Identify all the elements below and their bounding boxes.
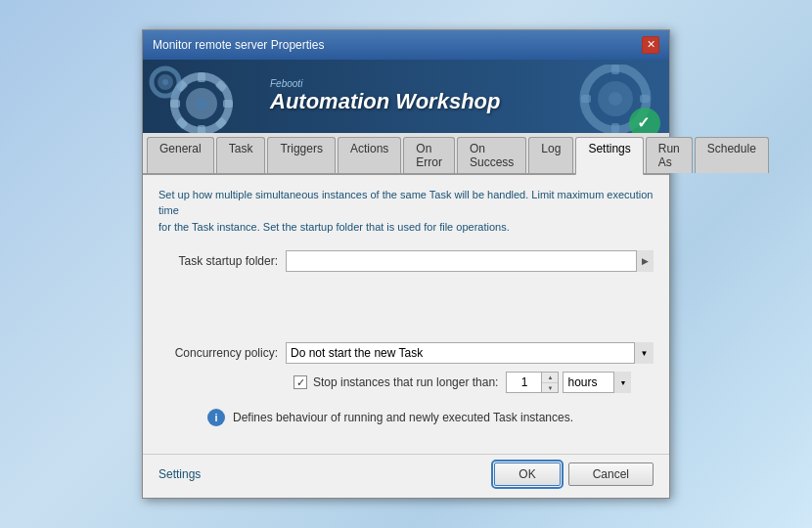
svg-point-16	[609, 92, 622, 106]
svg-rect-20	[640, 95, 650, 103]
info-row: i Defines behaviour of running and newly…	[158, 409, 654, 426]
startup-folder-input[interactable]	[286, 250, 654, 272]
tab-on-success[interactable]: On Success	[457, 137, 526, 173]
stop-instances-row: ✓ Stop instances that run longer than: ▲…	[158, 372, 654, 393]
svg-point-2	[196, 98, 207, 110]
stop-instances-label: Stop instances that run longer than:	[313, 375, 498, 389]
info-text: Defines behaviour of running and newly e…	[233, 411, 573, 424]
tab-on-error[interactable]: On Error	[403, 137, 455, 173]
svg-rect-6	[223, 100, 233, 108]
startup-folder-label: Task startup folder:	[158, 254, 286, 268]
svg-rect-19	[581, 95, 591, 103]
ok-button[interactable]: OK	[494, 462, 560, 486]
duration-unit-select[interactable]: hours minutes seconds	[563, 372, 631, 393]
dialog-window: Monitor remote server Properties ✕ Feboo	[142, 29, 670, 500]
stop-instances-checkbox[interactable]: ✓	[293, 375, 307, 389]
info-icon: i	[207, 409, 225, 426]
concurrency-select[interactable]: Do not start the new Task Allow parallel…	[286, 342, 654, 364]
tabs-bar: General Task Triggers Actions On Error O…	[143, 133, 669, 175]
startup-folder-row: Task startup folder: ▶	[158, 250, 654, 272]
banner-title: Automation Workshop	[270, 89, 500, 114]
spacer	[158, 284, 654, 342]
banner-text: Febooti Automation Workshop	[270, 78, 500, 114]
concurrency-label: Concurrency policy:	[158, 346, 286, 360]
svg-point-13	[162, 79, 168, 85]
settings-link[interactable]: Settings	[158, 467, 201, 481]
tab-general[interactable]: General	[147, 137, 214, 173]
startup-folder-browse-button[interactable]: ▶	[636, 250, 654, 272]
settings-content: Set up how multiple simultaneous instanc…	[143, 175, 669, 455]
footer-buttons: OK Cancel	[494, 462, 654, 486]
footer: Settings OK Cancel	[143, 454, 669, 498]
banner-brand: Febooti	[270, 78, 500, 89]
stop-duration-spinbox: ▲ ▼	[506, 372, 559, 393]
concurrency-row: Concurrency policy: Do not start the new…	[158, 342, 654, 364]
tab-actions[interactable]: Actions	[338, 137, 401, 173]
close-button[interactable]: ✕	[642, 36, 659, 54]
svg-rect-4	[198, 125, 205, 133]
tab-task[interactable]: Task	[216, 137, 266, 173]
tab-run-as[interactable]: Run As	[646, 137, 693, 173]
duration-unit-wrapper: hours minutes seconds ▼	[563, 372, 631, 393]
banner-left-gears-icon	[148, 65, 285, 133]
svg-rect-17	[611, 65, 619, 74]
title-bar: Monitor remote server Properties ✕	[143, 30, 669, 60]
tab-log[interactable]: Log	[528, 137, 573, 173]
svg-text:✓: ✓	[637, 114, 650, 131]
spinbox-down-button[interactable]: ▼	[542, 383, 558, 393]
stop-checkbox-wrapper: ✓ Stop instances that run longer than:	[293, 375, 506, 389]
banner: Febooti Automation Workshop ✓	[143, 60, 669, 133]
stop-duration-input[interactable]	[506, 372, 541, 393]
tab-schedule[interactable]: Schedule	[695, 137, 769, 173]
svg-rect-3	[198, 72, 205, 82]
tab-settings[interactable]: Settings	[575, 137, 643, 175]
spinbox-buttons: ▲ ▼	[541, 372, 559, 393]
svg-rect-18	[611, 123, 619, 133]
tab-triggers[interactable]: Triggers	[267, 137, 336, 173]
dialog-title: Monitor remote server Properties	[153, 38, 324, 52]
banner-right-gears-icon: ✓	[527, 65, 664, 133]
cancel-button[interactable]: Cancel	[568, 462, 654, 486]
svg-rect-5	[170, 100, 180, 108]
concurrency-select-wrapper: Do not start the new Task Allow parallel…	[286, 342, 654, 364]
description-text: Set up how multiple simultaneous instanc…	[158, 187, 654, 236]
spinbox-up-button[interactable]: ▲	[542, 373, 558, 383]
